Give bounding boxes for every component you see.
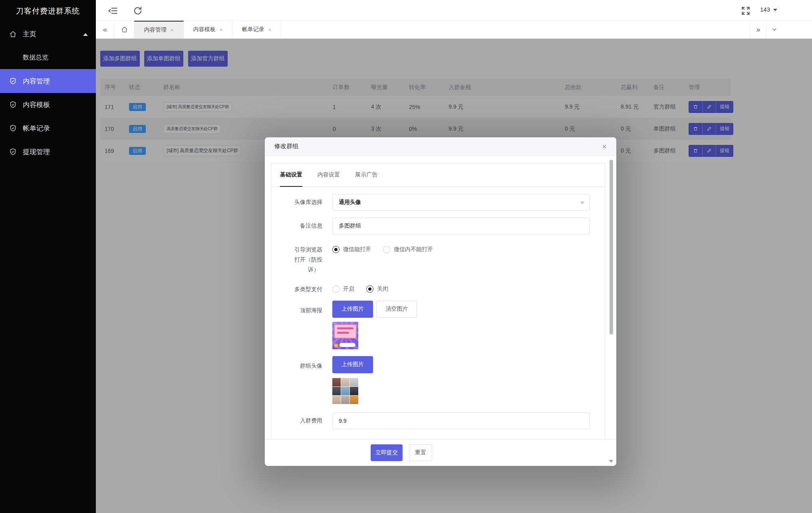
home-icon bbox=[9, 30, 17, 38]
top-poster-row: 顶部海报 上传图片 清空图片 bbox=[272, 301, 605, 349]
entry-fee-input[interactable]: 9.9 bbox=[332, 412, 590, 429]
tab-content-management[interactable]: 内容管理 × bbox=[134, 21, 184, 38]
home-icon bbox=[121, 26, 128, 34]
close-tab-icon[interactable]: × bbox=[220, 27, 223, 33]
tab-bar: « 内容管理 × 内容模板 × 帐单记录 × » bbox=[96, 21, 812, 39]
radio-payment-off[interactable] bbox=[366, 285, 373, 293]
settings-panel: 基础设置 内容设置 展示广告 头像库选择 通用头像 bbox=[271, 163, 605, 439]
refresh-button[interactable] bbox=[133, 6, 143, 16]
tab-label: 展示广告 bbox=[355, 171, 377, 178]
close-tab-icon[interactable]: × bbox=[268, 27, 272, 33]
tab-billing-records[interactable]: 帐单记录 × bbox=[232, 21, 281, 38]
group-avatar-thumbnail bbox=[332, 378, 358, 404]
tabs-scroll-left-button[interactable]: « bbox=[96, 21, 114, 38]
field-label: 入群费用 bbox=[272, 416, 322, 426]
chevron-down-icon bbox=[771, 26, 778, 33]
sidebar-item-billing-records[interactable]: 帐单记录 bbox=[0, 117, 96, 140]
tab-basic-settings[interactable]: 基础设置 bbox=[280, 163, 302, 186]
field-label: 顶部海报 bbox=[272, 301, 322, 315]
sidebar-item-withdrawal-management[interactable]: 提现管理 bbox=[0, 140, 96, 164]
poster-pill bbox=[339, 343, 355, 347]
upload-avatar-button[interactable]: 上传图片 bbox=[332, 356, 373, 373]
fullscreen-icon bbox=[741, 6, 751, 16]
radio-label[interactable]: 微信能打开 bbox=[343, 246, 371, 253]
entry-fee-row: 入群费用 9.9 bbox=[272, 412, 605, 429]
modal-title: 修改群组 bbox=[274, 143, 298, 150]
sidebar-item-content-management[interactable]: 内容管理 bbox=[0, 69, 96, 93]
close-modal-icon[interactable]: × bbox=[602, 143, 607, 151]
modal-tabs: 基础设置 内容设置 展示广告 bbox=[272, 163, 605, 187]
shield-check-icon bbox=[9, 124, 17, 133]
scroll-down-icon[interactable] bbox=[609, 460, 613, 463]
radio-label[interactable]: 微信内不能打开 bbox=[394, 246, 433, 253]
upload-poster-button[interactable]: 上传图片 bbox=[332, 301, 373, 318]
refresh-icon bbox=[133, 6, 143, 16]
label-line: 引导浏览器 bbox=[272, 245, 322, 255]
group-settings-form: 头像库选择 通用头像 备注信息 多图群组 bbox=[272, 187, 605, 429]
tabs-scroll-right-button[interactable]: » bbox=[750, 21, 766, 38]
count-value: 143 bbox=[760, 6, 770, 13]
tabs-menu-button[interactable] bbox=[766, 21, 782, 38]
chevron-up-icon bbox=[83, 33, 88, 36]
sidebar: 刀客付费进群系统 主页 数据总览 内容管理 内容模板 帐单记录 提现管理 bbox=[0, 0, 96, 513]
field-label: 引导浏览器 打开（防投 诉） bbox=[272, 244, 322, 275]
tab-label: 基础设置 bbox=[280, 171, 302, 178]
radio-wechat-can-open[interactable] bbox=[332, 246, 339, 253]
avatar-library-select[interactable]: 通用头像 bbox=[332, 194, 590, 211]
collapse-sidebar-button[interactable] bbox=[108, 6, 118, 16]
chevron-down-icon bbox=[580, 202, 584, 204]
tab-label: 内容管理 bbox=[144, 26, 167, 34]
modal-footer: 立即提交 重置 bbox=[265, 439, 616, 466]
modal-header: 修改群组 × bbox=[265, 137, 616, 156]
sidebar-item-content-template[interactable]: 内容模板 bbox=[0, 93, 96, 117]
sidebar-item-label: 内容管理 bbox=[23, 77, 50, 86]
app-root: 刀客付费进群系统 主页 数据总览 内容管理 内容模板 帐单记录 提现管理 bbox=[0, 0, 812, 513]
sidebar-item-home[interactable]: 主页 bbox=[0, 22, 96, 46]
field-label: 多类型支付 bbox=[272, 284, 322, 294]
modal-scrollbar-thumb[interactable] bbox=[609, 160, 613, 335]
tab-label: 内容模板 bbox=[193, 26, 216, 33]
chevrons-right-icon: » bbox=[756, 25, 760, 34]
sidebar-item-data-overview[interactable]: 数据总览 bbox=[0, 46, 96, 69]
topbar: 143 bbox=[96, 0, 812, 21]
clear-poster-button[interactable]: 清空图片 bbox=[376, 301, 417, 318]
modal-body: 基础设置 内容设置 展示广告 头像库选择 通用头像 bbox=[265, 156, 616, 439]
submit-button[interactable]: 立即提交 bbox=[371, 444, 403, 461]
field-label: 备注信息 bbox=[272, 221, 322, 231]
tab-display-ads[interactable]: 展示广告 bbox=[355, 163, 377, 186]
shield-check-icon bbox=[9, 101, 17, 109]
group-avatar-row: 群组头像 上传图片 bbox=[272, 356, 605, 404]
avatar-library-row: 头像库选择 通用头像 bbox=[272, 194, 605, 211]
radio-label[interactable]: 关闭 bbox=[377, 285, 388, 293]
reset-button[interactable]: 重置 bbox=[409, 444, 432, 461]
fullscreen-button[interactable] bbox=[741, 6, 751, 16]
input-value: 多图群组 bbox=[339, 222, 361, 230]
multi-payment-row: 多类型支付 开启 关闭 bbox=[272, 284, 605, 294]
close-tab-icon[interactable]: × bbox=[171, 27, 174, 33]
app-title: 刀客付费进群系统 bbox=[0, 0, 96, 22]
tab-home[interactable] bbox=[114, 21, 134, 38]
collapse-menu-icon bbox=[108, 6, 118, 16]
field-label: 群组头像 bbox=[272, 356, 322, 371]
user-count-dropdown[interactable]: 143 bbox=[760, 6, 777, 13]
browser-guide-row: 引导浏览器 打开（防投 诉） 微信能打开 微信内不能打开 bbox=[272, 244, 605, 275]
selected-value: 通用头像 bbox=[339, 199, 361, 206]
chevron-down-icon bbox=[773, 9, 777, 11]
chevrons-left-icon: « bbox=[103, 25, 107, 34]
shield-check-icon bbox=[9, 148, 17, 156]
tab-content-template[interactable]: 内容模板 × bbox=[184, 21, 232, 38]
tab-content-settings[interactable]: 内容设置 bbox=[318, 163, 340, 186]
input-value: 9.9 bbox=[339, 418, 346, 424]
label-line: 诉） bbox=[272, 265, 322, 275]
remark-row: 备注信息 多图群组 bbox=[272, 218, 605, 234]
sidebar-item-label: 数据总览 bbox=[23, 53, 48, 62]
radio-label[interactable]: 开启 bbox=[343, 285, 354, 293]
remark-input[interactable]: 多图群组 bbox=[332, 218, 590, 234]
tab-label: 帐单记录 bbox=[242, 26, 264, 33]
label-line: 打开（防投 bbox=[272, 255, 322, 265]
sidebar-item-label: 提现管理 bbox=[23, 147, 50, 156]
radio-payment-on[interactable] bbox=[332, 285, 339, 293]
sidebar-item-label: 内容模板 bbox=[23, 100, 50, 109]
edit-group-modal: 修改群组 × 基础设置 内容设置 展示广告 头像库选择 通用头像 bbox=[265, 137, 616, 466]
radio-wechat-cannot-open[interactable] bbox=[383, 246, 390, 253]
